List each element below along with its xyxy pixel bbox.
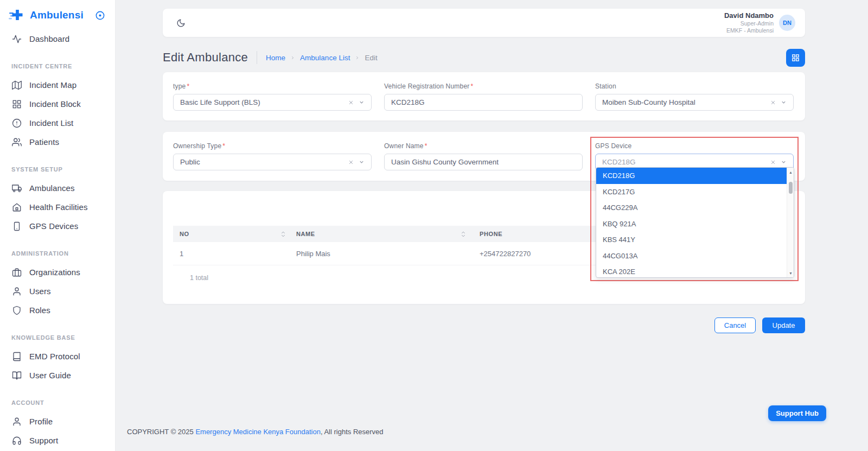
sidebar-item-incident-list[interactable]: Incident List	[0, 113, 115, 132]
clear-icon[interactable]	[770, 160, 776, 165]
type-label: type*	[173, 82, 372, 90]
sidebar-item-incident-block[interactable]: Incident Block	[0, 94, 115, 113]
book-icon	[11, 351, 22, 361]
sidebar-item-ambulances[interactable]: Ambulances	[0, 179, 115, 198]
owner-name-label: Owner Name*	[384, 142, 583, 150]
footer: COPYRIGHT © 2025 Emergency Medicine Keny…	[127, 428, 384, 436]
sort-icon[interactable]	[281, 231, 285, 237]
sidebar-item-support[interactable]: Support	[0, 431, 115, 450]
update-button[interactable]: Update	[762, 317, 805, 333]
clear-icon[interactable]	[348, 100, 354, 105]
sidebar-item-roles[interactable]: Roles	[0, 301, 115, 320]
form-card-1: type* Basic Life Support (BLS) Vehicle R…	[163, 72, 805, 120]
station-value: Moiben Sub-County Hospital	[602, 98, 770, 106]
sidebar-item-emd-protocol[interactable]: EMD Protocol	[0, 347, 115, 366]
user-menu[interactable]: David Ndambo Super-Admin EMKF - Ambulens…	[724, 11, 795, 35]
briefcase-icon	[11, 267, 22, 277]
brand: Ambulensi	[0, 0, 115, 29]
chevron-right-icon	[355, 55, 360, 60]
brand-name: Ambulensi	[30, 9, 84, 21]
gps-option[interactable]: KBQ 921A	[596, 216, 787, 232]
people-icon	[11, 137, 22, 147]
ownership-field: Ownership Type* Public	[173, 142, 372, 170]
sidebar-item-organizations[interactable]: Organizations	[0, 263, 115, 282]
footer-rights: , All rights Reserved	[321, 428, 384, 436]
sidebar-item-users[interactable]: Users	[0, 282, 115, 301]
sidebar-section-knowledge-base: KNOWLEDGE BASE	[0, 328, 115, 347]
sidebar-section-system-setup: SYSTEM SETUP	[0, 160, 115, 179]
scroll-down-icon[interactable]: ▼	[787, 270, 794, 276]
chevron-down-icon[interactable]	[359, 159, 365, 165]
cancel-button[interactable]: Cancel	[714, 317, 756, 333]
ownership-select[interactable]: Public	[173, 154, 372, 170]
breadcrumb-home[interactable]: Home	[266, 54, 285, 62]
user-icon	[11, 286, 22, 296]
station-field: Station Moiben Sub-County Hospital	[595, 82, 794, 111]
page-title: Edit Ambulance	[163, 50, 248, 65]
truck-icon	[11, 183, 22, 193]
breadcrumb-current: Edit	[365, 54, 377, 62]
ambulensi-logo-icon	[9, 8, 25, 22]
sidebar-item-label: Dashboard	[29, 34, 69, 43]
device-icon	[11, 221, 22, 231]
owner-name-input[interactable]	[384, 154, 583, 170]
sidebar-item-health-facilities[interactable]: Health Facilities	[0, 198, 115, 217]
station-select[interactable]: Moiben Sub-County Hospital	[595, 94, 794, 111]
sidebar-collapse-icon[interactable]	[95, 10, 105, 21]
sidebar-item-label: Support	[29, 436, 58, 445]
gps-option[interactable]: KCA 202E	[596, 264, 787, 278]
breadcrumb-ambulance-list[interactable]: Ambulance List	[300, 54, 350, 62]
required-asterisk: *	[222, 142, 225, 150]
column-header-no: NO	[173, 231, 296, 237]
clear-icon[interactable]	[770, 100, 776, 105]
dropdown-scrollbar[interactable]: ▲ ▼	[787, 168, 794, 277]
sort-icon[interactable]	[461, 231, 465, 237]
type-field: type* Basic Life Support (BLS)	[173, 82, 372, 111]
ownership-label: Ownership Type*	[173, 142, 372, 150]
gps-device-field: GPS Device KCD218G	[595, 142, 794, 170]
chevron-right-icon	[290, 55, 295, 60]
scroll-up-icon[interactable]: ▲	[787, 169, 794, 175]
sidebar-section-incident-centre: INCIDENT CENTRE	[0, 56, 115, 75]
type-select[interactable]: Basic Life Support (BLS)	[173, 94, 372, 111]
clear-icon[interactable]	[348, 160, 354, 165]
layout-grid-button[interactable]	[786, 49, 805, 67]
gps-option[interactable]: 44CG013A	[596, 248, 787, 264]
sidebar-item-user-guide[interactable]: User Guide	[0, 366, 115, 385]
sidebar-item-label: Patients	[29, 137, 59, 147]
required-asterisk: *	[187, 82, 189, 90]
sidebar-item-label: Health Facilities	[29, 202, 88, 212]
activity-icon	[11, 34, 22, 44]
sidebar-item-label: Organizations	[29, 268, 80, 277]
sidebar-item-profile[interactable]: Profile	[0, 412, 115, 431]
divider	[257, 51, 257, 64]
chevron-down-icon[interactable]	[781, 99, 787, 105]
vehicle-reg-label: Vehicle Registration Number*	[384, 82, 583, 90]
sidebar-item-incident-map[interactable]: Incident Map	[0, 75, 115, 94]
scrollbar-thumb[interactable]	[789, 182, 793, 194]
user-icon	[11, 416, 22, 427]
chevron-down-icon[interactable]	[359, 99, 365, 105]
sidebar-item-dashboard[interactable]: Dashboard	[0, 29, 115, 48]
avatar[interactable]: DN	[779, 15, 795, 31]
gps-device-label: GPS Device	[595, 142, 794, 150]
support-hub-button[interactable]: Support Hub	[768, 405, 826, 421]
gps-option-selected[interactable]: KCD218G	[596, 168, 787, 184]
chevron-down-icon[interactable]	[781, 159, 787, 165]
gps-option[interactable]: KCD217G	[596, 184, 787, 200]
gps-device-value: KCD218G	[602, 158, 770, 166]
gps-option[interactable]: 44CG229A	[596, 200, 787, 216]
user-info: David Ndambo Super-Admin EMKF - Ambulens…	[724, 11, 774, 35]
footer-copyright: COPYRIGHT © 2025	[127, 428, 195, 436]
sidebar-item-patients[interactable]: Patients	[0, 132, 115, 151]
vehicle-reg-input[interactable]	[384, 94, 583, 111]
sidebar-item-label: Ambulances	[29, 183, 75, 193]
gps-option[interactable]: KBS 441Y	[596, 232, 787, 248]
sidebar-item-gps-devices[interactable]: GPS Devices	[0, 217, 115, 236]
dark-mode-icon[interactable]	[176, 18, 186, 28]
sidebar-item-label: User Guide	[29, 371, 71, 380]
ownership-value: Public	[180, 158, 348, 166]
alert-circle-icon	[11, 118, 22, 128]
footer-org-link[interactable]: Emergency Medicine Kenya Foundation	[195, 428, 321, 436]
sidebar-item-label: Incident List	[29, 118, 73, 128]
